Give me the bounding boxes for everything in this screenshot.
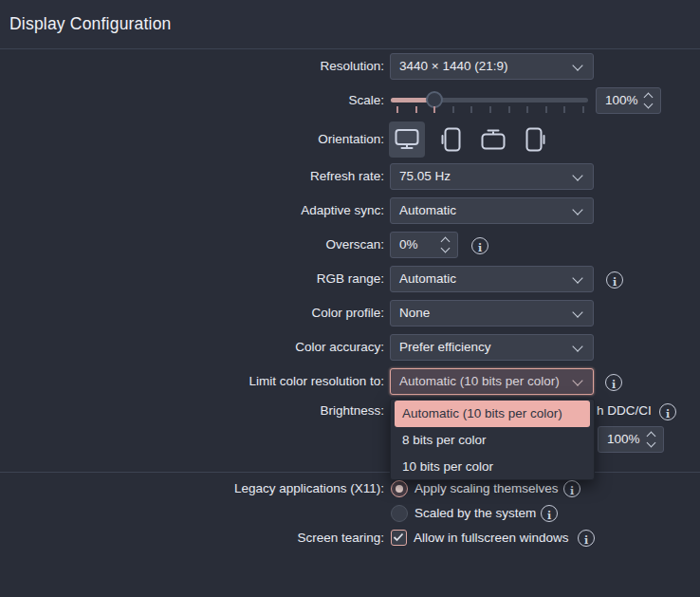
header-separator	[0, 48, 700, 49]
chevron-down-icon	[572, 375, 582, 385]
slider-tick	[526, 106, 528, 113]
overscan-label: Overscan:	[0, 232, 384, 258]
slider-tick	[433, 106, 435, 113]
slider-tick	[582, 106, 584, 113]
dropdown-option-automatic[interactable]: Automatic (10 bits per color)	[395, 401, 590, 427]
chevron-down-icon	[572, 170, 582, 180]
chevron-down-icon	[572, 272, 582, 283]
page-title: Display Configuration	[9, 0, 172, 48]
apply-scaling-info-icon[interactable]	[563, 480, 580, 497]
limit-color-resolution-select[interactable]: Automatic (10 bits per color)	[390, 368, 594, 395]
limit-color-resolution-value: Automatic (10 bits per color)	[399, 369, 560, 394]
dropdown-option-10bit[interactable]: 10 bits per color	[395, 454, 590, 480]
spin-down-icon[interactable]	[647, 438, 656, 448]
slider-tick	[508, 106, 510, 113]
brightness-ddcci-info-icon[interactable]	[659, 403, 676, 420]
color-profile-label: Color profile:	[0, 300, 384, 326]
limit-color-dropdown-menu: Automatic (10 bits per color) 8 bits per…	[390, 399, 595, 480]
monitor-portrait-icon	[437, 127, 464, 152]
radio-scaled-by-system[interactable]	[391, 505, 408, 522]
resolution-label: Resolution:	[0, 53, 384, 80]
chevron-down-icon	[572, 60, 582, 70]
scale-slider[interactable]	[390, 87, 589, 114]
orientation-landscape-flipped-button[interactable]	[475, 121, 511, 158]
scale-label: Scale:	[0, 87, 384, 114]
dropdown-option-8bit[interactable]: 8 bits per color	[395, 427, 590, 454]
refresh-rate-label: Refresh rate:	[0, 163, 384, 190]
adaptive-sync-select[interactable]: Automatic	[390, 197, 594, 224]
spin-down-icon[interactable]	[441, 244, 451, 253]
brightness-label: Brightness:	[0, 398, 384, 424]
scale-spin-value: 100%	[605, 88, 638, 113]
adaptive-sync-value: Automatic	[399, 198, 456, 223]
scale-spinbox[interactable]: 100%	[596, 87, 661, 114]
color-accuracy-value: Prefer efficiency	[399, 335, 491, 360]
resolution-select[interactable]: 3440 × 1440 (21:9)	[390, 53, 594, 80]
brightness-spin-value: 100%	[607, 427, 640, 452]
orientation-landscape-button[interactable]	[389, 121, 425, 158]
color-accuracy-select[interactable]: Prefer efficiency	[390, 334, 594, 361]
radio-label-scaled-by-system[interactable]: Scaled by the system	[414, 504, 536, 523]
orientation-portrait-flipped-button[interactable]	[518, 121, 554, 158]
brightness-spinbox[interactable]: 100%	[598, 426, 664, 453]
rgb-range-value: Automatic	[399, 267, 456, 291]
chevron-down-icon	[572, 341, 582, 351]
overscan-info-icon[interactable]	[471, 237, 488, 254]
chevron-down-icon	[572, 204, 582, 215]
overscan-value: 0%	[399, 233, 418, 257]
color-profile-select[interactable]: None	[390, 300, 594, 326]
refresh-rate-select[interactable]: 75.05 Hz	[390, 163, 594, 190]
color-accuracy-label: Color accuracy:	[0, 334, 384, 361]
allow-fullscreen-tearing-checkbox[interactable]	[391, 530, 407, 546]
monitor-landscape-flipped-icon	[480, 127, 507, 152]
rgb-range-info-icon[interactable]	[606, 271, 623, 289]
rgb-range-label: RGB range:	[0, 266, 384, 292]
slider-tick	[563, 106, 565, 113]
page-header: Display Configuration	[0, 0, 700, 48]
legacy-apps-label: Legacy applications (X11):	[0, 479, 384, 498]
screen-tearing-info-icon[interactable]	[578, 530, 595, 547]
limit-color-resolution-info-icon[interactable]	[605, 374, 622, 391]
radio-dot	[396, 485, 403, 493]
limit-color-resolution-label: Limit color resolution to:	[0, 368, 384, 395]
rgb-range-select[interactable]: Automatic	[390, 266, 594, 292]
slider-tick	[470, 106, 472, 113]
slider-tick	[396, 106, 398, 113]
refresh-rate-value: 75.05 Hz	[399, 164, 451, 189]
radio-apply-scaling-themselves[interactable]	[391, 480, 408, 497]
slider-tick	[415, 106, 417, 113]
slider-tick	[452, 106, 454, 113]
slider-tick	[545, 106, 547, 113]
section-separator	[0, 472, 700, 473]
spin-down-icon[interactable]	[644, 100, 654, 109]
brightness-ddcci-partial-label: h DDC/CI	[597, 398, 652, 424]
monitor-portrait-flipped-icon	[523, 127, 549, 152]
resolution-value: 3440 × 1440 (21:9)	[399, 54, 507, 79]
orientation-label: Orientation:	[0, 121, 384, 158]
radio-label-apply-scaling[interactable]: Apply scaling themselves	[414, 479, 559, 498]
checkbox-label-allow-fullscreen[interactable]: Allow in fullscreen windows	[414, 529, 569, 548]
overscan-spinbox[interactable]: 0%	[390, 232, 458, 258]
scaled-by-system-info-icon[interactable]	[541, 505, 558, 522]
color-profile-value: None	[399, 301, 430, 326]
screen-tearing-label: Screen tearing:	[0, 529, 384, 548]
orientation-portrait-button[interactable]	[433, 121, 469, 158]
monitor-landscape-icon	[394, 127, 420, 152]
slider-tick	[489, 106, 491, 113]
adaptive-sync-label: Adaptive sync:	[0, 197, 384, 224]
check-icon	[393, 532, 404, 542]
chevron-down-icon	[572, 307, 582, 317]
